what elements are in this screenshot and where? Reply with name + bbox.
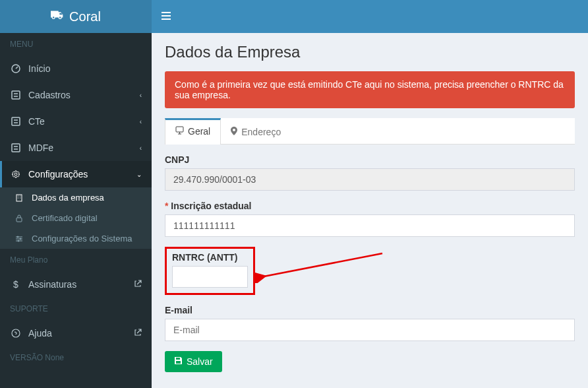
main-content: Dados da Empresa Como é a primeira vez q…: [152, 33, 588, 388]
cnpj-label: CNPJ: [165, 154, 575, 165]
sliders-icon: [13, 235, 25, 243]
document-icon: [10, 143, 22, 152]
sidebar-item-mdfe[interactable]: MDFe ‹: [0, 135, 152, 161]
sidebar-item-label: Configurações do Sistema: [32, 234, 132, 243]
sidebar-item-label: Assinaturas: [28, 279, 76, 290]
svg-rect-1: [162, 15, 171, 16]
chevron-down-icon: ⌄: [136, 171, 142, 178]
svg-rect-26: [176, 127, 183, 132]
sidebar-item-configuracoes[interactable]: Configurações ⌄: [0, 161, 152, 187]
svg-rect-18: [16, 218, 22, 222]
tab-label: Geral: [188, 126, 210, 137]
svg-rect-10: [12, 144, 20, 152]
alert-warning: Como é a primeira vez que está emitindo …: [165, 71, 575, 108]
ie-input[interactable]: [165, 214, 575, 237]
sidebar-item-config-sistema[interactable]: Configurações do Sistema: [0, 228, 152, 249]
tab-endereco[interactable]: Endereço: [221, 118, 291, 144]
svg-rect-7: [12, 117, 20, 125]
sidebar-item-label: Ajuda: [28, 328, 52, 339]
map-marker-icon: [231, 127, 237, 137]
sidebar: MENU Início Cadastros ‹ CTe ‹ MDFe ‹ Con…: [0, 33, 152, 388]
ie-label: * Inscrição estadual: [165, 201, 575, 211]
plano-section-label: Meu Plano: [0, 249, 152, 271]
gear-icon: [10, 170, 22, 179]
sidebar-submenu-config: Dados da empresa Certificado digital Con…: [0, 187, 152, 249]
brand-logo[interactable]: Coral: [0, 0, 152, 33]
sidebar-item-label: Início: [28, 63, 50, 74]
sidebar-item-label: MDFe: [28, 143, 53, 153]
save-button-label: Salvar: [187, 356, 213, 367]
external-link-icon: [134, 279, 142, 290]
truck-icon: [51, 9, 64, 24]
sidebar-item-assinaturas[interactable]: $ Assinaturas: [0, 271, 152, 298]
save-icon: [174, 356, 183, 367]
email-label: E-mail: [165, 305, 575, 315]
email-input[interactable]: [165, 319, 575, 341]
svg-rect-13: [16, 195, 22, 201]
sidebar-item-label: Cadastros: [28, 90, 71, 100]
question-icon: [10, 329, 22, 338]
rntrc-input[interactable]: [172, 266, 248, 288]
dollar-icon: $: [10, 279, 22, 290]
tab-label: Endereço: [241, 127, 281, 137]
sidebar-item-cadastros[interactable]: Cadastros ‹: [0, 82, 152, 108]
list-icon: [10, 90, 22, 100]
building-icon: [13, 194, 25, 202]
main-header: [152, 0, 588, 33]
page-title: Dados da Empresa: [165, 43, 575, 61]
document-icon: [10, 117, 22, 126]
sidebar-item-label: Configurações: [28, 169, 88, 179]
rntrc-highlight: RNTRC (ANTT): [165, 247, 255, 295]
brand-name: Coral: [69, 9, 101, 24]
cnpj-input: [165, 168, 575, 191]
sidebar-item-certificado[interactable]: Certificado digital: [0, 208, 152, 228]
desktop-icon: [175, 126, 184, 137]
menu-section-label: MENU: [0, 33, 152, 55]
svg-rect-4: [12, 91, 20, 99]
version-label: VERSÃO None: [0, 346, 152, 369]
sidebar-item-label: Certificado digital: [32, 213, 98, 223]
svg-line-29: [264, 253, 382, 276]
arrow-annotation-icon: [254, 250, 386, 283]
svg-point-25: [12, 329, 20, 337]
tabs: Geral Endereço: [165, 118, 575, 145]
menu-toggle-icon[interactable]: [162, 11, 171, 22]
chevron-left-icon: ‹: [140, 145, 142, 152]
sidebar-item-label: Dados da empresa: [32, 193, 104, 203]
sidebar-item-cte[interactable]: CTe ‹: [0, 108, 152, 135]
svg-point-22: [17, 236, 18, 238]
svg-rect-0: [162, 12, 171, 13]
sidebar-item-dados-empresa[interactable]: Dados da empresa: [0, 187, 152, 208]
svg-point-23: [20, 238, 21, 240]
tab-geral[interactable]: Geral: [165, 118, 221, 145]
sidebar-item-ajuda[interactable]: Ajuda: [0, 320, 152, 346]
external-link-icon: [134, 328, 142, 339]
chevron-left-icon: ‹: [140, 92, 142, 99]
lock-icon: [13, 214, 25, 222]
sidebar-item-inicio[interactable]: Início: [0, 55, 152, 82]
rntrc-label: RNTRC (ANTT): [172, 252, 248, 263]
save-button[interactable]: Salvar: [165, 351, 222, 372]
svg-point-24: [18, 240, 19, 242]
dashboard-icon: [10, 64, 22, 73]
svg-rect-2: [162, 18, 171, 20]
suporte-section-label: SUPORTE: [0, 298, 152, 320]
sidebar-item-label: CTe: [28, 116, 45, 127]
chevron-left-icon: ‹: [140, 118, 142, 125]
